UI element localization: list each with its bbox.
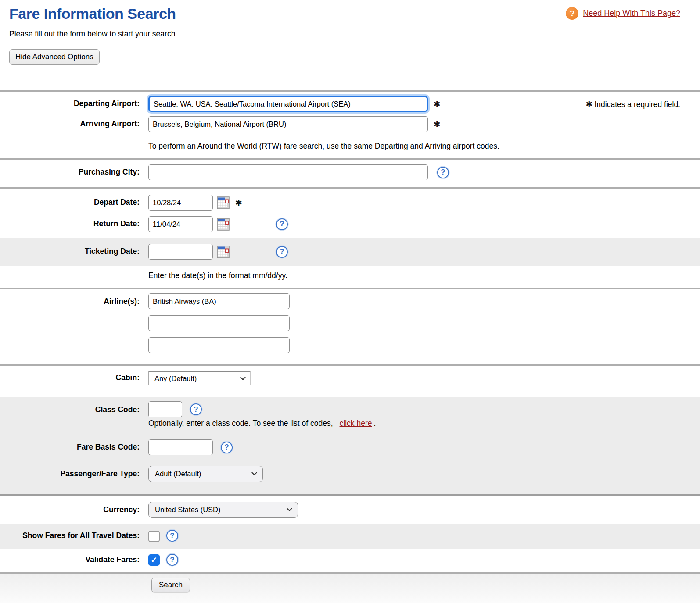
class-code-input[interactable] <box>148 401 182 417</box>
purchasing-city-help-icon[interactable]: ? <box>437 167 449 178</box>
validate-fares-help-icon[interactable]: ? <box>166 554 178 566</box>
chevron-down-icon <box>240 375 246 380</box>
cabin-selected-value: Any (Default) <box>154 375 197 383</box>
passenger-fare-type-select[interactable]: Adult (Default) <box>148 466 263 482</box>
calendar-icon[interactable] <box>217 218 230 231</box>
departing-airport-input[interactable] <box>148 96 428 112</box>
return-date-help-icon[interactable]: ? <box>276 218 288 230</box>
fare-basis-code-input[interactable] <box>148 439 213 455</box>
search-button[interactable]: Search <box>151 578 190 592</box>
class-code-note: Optionally, enter a class code. To see t… <box>148 419 333 428</box>
arriving-airport-label: Arriving Airport: <box>0 119 140 129</box>
date-format-note-row: Enter the date(s) in the format mm/dd/yy… <box>0 266 700 288</box>
cabin-row: Cabin: Any (Default) <box>0 366 700 397</box>
chevron-down-icon <box>287 506 292 511</box>
purchasing-city-input[interactable] <box>148 164 428 180</box>
class-code-help-icon[interactable]: ? <box>190 403 202 415</box>
departing-airport-label: Departing Airport: <box>0 99 140 109</box>
arriving-airport-row: Arriving Airport: ✱ <box>0 116 700 136</box>
cabin-select[interactable]: Any (Default) <box>148 371 251 385</box>
show-fares-all-dates-checkbox[interactable] <box>148 531 160 542</box>
depart-date-input[interactable] <box>148 195 213 211</box>
fare-basis-code-row: Fare Basis Code: ? <box>0 428 700 455</box>
passenger-fare-type-row: Passenger/Fare Type: Adult (Default) <box>0 455 700 494</box>
required-asterisk: ✱ <box>434 99 441 109</box>
class-code-row: Class Code: ? <box>0 397 700 417</box>
currency-label: Currency: <box>0 505 140 515</box>
validate-fares-checkbox[interactable]: ✓ <box>148 554 160 566</box>
return-date-label: Return Date: <box>0 219 140 229</box>
calendar-icon[interactable] <box>217 246 230 258</box>
purchasing-city-row: Purchasing City: ? <box>0 160 700 187</box>
validate-fares-row: Validate Fares: ✓ ? <box>0 549 700 572</box>
ticketing-date-input[interactable] <box>148 244 213 260</box>
click-here-link[interactable]: click here <box>340 419 372 428</box>
date-format-note: Enter the date(s) in the format mm/dd/yy… <box>148 271 287 280</box>
show-fares-all-dates-label: Show Fares for All Travel Dates: <box>0 531 140 541</box>
ticketing-date-help-icon[interactable]: ? <box>276 246 288 258</box>
depart-date-label: Depart Date: <box>0 197 140 208</box>
class-code-note-row: Optionally, enter a class code. To see t… <box>0 417 700 428</box>
required-field-note: ✱Indicates a required field. <box>586 99 680 109</box>
calendar-icon[interactable] <box>217 196 230 209</box>
rtw-note: To perform an Around the World (RTW) far… <box>148 142 499 151</box>
need-help-link[interactable]: Need Help With This Page? <box>583 9 680 18</box>
hide-advanced-options-button[interactable]: Hide Advanced Options <box>9 49 100 65</box>
depart-date-row: Depart Date: ✱ <box>0 189 700 216</box>
return-date-input[interactable] <box>148 216 213 232</box>
chevron-down-icon <box>251 470 257 475</box>
fare-basis-help-icon[interactable]: ? <box>221 442 233 453</box>
ticketing-date-label: Ticketing Date: <box>0 246 140 257</box>
departing-airport-row: Departing Airport: ✱ ✱Indicates a requir… <box>0 92 700 116</box>
purchasing-city-label: Purchasing City: <box>0 167 140 178</box>
advanced-codes-section: Class Code: ? Optionally, enter a class … <box>0 397 700 496</box>
ticketing-date-row: Ticketing Date: ? <box>0 238 700 266</box>
fare-basis-code-label: Fare Basis Code: <box>0 442 140 453</box>
required-asterisk: ✱ <box>235 198 242 208</box>
class-code-label: Class Code: <box>0 401 140 415</box>
page-header: ? Need Help With This Page? Fare Informa… <box>0 5 700 90</box>
airlines-label: Airline(s): <box>0 293 140 307</box>
rtw-note-row: To perform an Around the World (RTW) far… <box>0 136 700 158</box>
required-asterisk: ✱ <box>434 119 441 129</box>
airlines-row: Airline(s): <box>0 289 700 364</box>
help-question-icon[interactable]: ? <box>566 7 578 20</box>
passenger-fare-type-selected-value: Adult (Default) <box>155 470 201 478</box>
currency-select[interactable]: United States (USD) <box>148 502 298 518</box>
show-fares-help-icon[interactable]: ? <box>166 530 178 542</box>
page-subtitle: Please fill out the form below to start … <box>9 29 689 39</box>
passenger-fare-type-label: Passenger/Fare Type: <box>0 469 140 479</box>
arriving-airport-input[interactable] <box>148 116 428 132</box>
currency-row: Currency: United States (USD) <box>0 496 700 524</box>
airline-input-1[interactable] <box>148 293 290 309</box>
class-code-note-suffix: . <box>373 419 376 428</box>
fare-information-search-page: ? Need Help With This Page? Fare Informa… <box>0 0 700 603</box>
validate-fares-label: Validate Fares: <box>0 555 140 565</box>
required-asterisk: ✱ <box>586 100 593 109</box>
airline-input-3[interactable] <box>148 337 290 353</box>
airline-input-2[interactable] <box>148 315 290 331</box>
currency-selected-value: United States (USD) <box>155 506 220 514</box>
cabin-label: Cabin: <box>0 373 140 383</box>
return-date-row: Return Date: ? <box>0 216 700 238</box>
show-fares-all-dates-row: Show Fares for All Travel Dates: ? <box>0 524 700 549</box>
footer-band: Search <box>0 574 700 603</box>
